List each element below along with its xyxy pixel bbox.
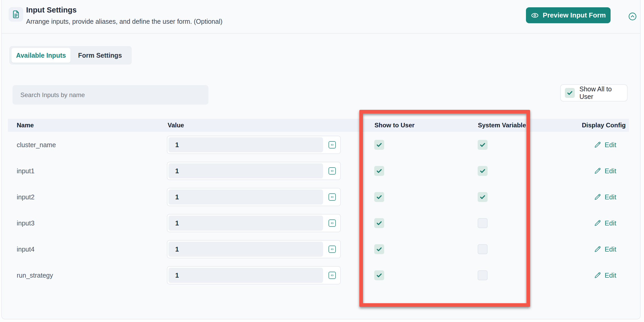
value-field-group: 1 — [167, 240, 341, 258]
input-name-label: input1 — [17, 158, 34, 184]
tab-available-inputs[interactable]: Available Inputs — [11, 48, 71, 63]
edit-label: Edit — [605, 245, 616, 253]
table-row: run_strategy 1 — [8, 262, 629, 288]
show-to-user-checkbox[interactable] — [374, 218, 384, 228]
edit-label: Edit — [605, 167, 616, 175]
show-all-to-user-label: Show All to User — [579, 85, 627, 100]
checkmark-icon — [376, 272, 383, 279]
checkmark-icon — [376, 168, 383, 174]
code-button-zone — [324, 214, 340, 232]
code-editor-button[interactable] — [329, 167, 336, 175]
collapse-section-button[interactable] — [628, 12, 637, 21]
code-icon — [330, 169, 334, 173]
tab-bar: Available Inputs Form Settings — [9, 46, 132, 64]
checkmark-icon — [376, 141, 383, 148]
inputs-table: Name Value Show to User System Variable … — [8, 119, 629, 288]
value-field-group: 1 — [167, 214, 341, 232]
code-editor-button[interactable] — [329, 246, 336, 253]
table-row: cluster_name 1 — [8, 132, 629, 158]
edit-label: Edit — [605, 271, 616, 279]
code-editor-button[interactable] — [329, 141, 336, 148]
system-variable-checkbox[interactable] — [478, 166, 488, 176]
pencil-icon — [594, 141, 601, 148]
table-header-row: Name Value Show to User System Variable … — [8, 119, 629, 132]
input-name-label: cluster_name — [17, 132, 56, 158]
input-settings-page: Input Settings Arrange inputs, provide a… — [0, 0, 644, 322]
show-all-to-user-control: Show All to User — [560, 84, 628, 102]
column-header-system-variable: System Variable — [478, 119, 526, 132]
show-all-to-user-checkbox[interactable] — [565, 88, 575, 98]
search-input[interactable] — [13, 85, 208, 105]
code-button-zone — [324, 188, 340, 206]
table-row: input3 1 — [8, 210, 629, 236]
section-icon-container — [9, 7, 23, 22]
code-icon — [330, 195, 334, 199]
document-icon — [11, 10, 21, 19]
edit-link[interactable]: Edit — [594, 236, 616, 262]
code-button-zone — [324, 136, 340, 153]
checkmark-icon — [376, 246, 383, 253]
pencil-icon — [594, 167, 601, 175]
value-input[interactable]: 1 — [168, 163, 323, 178]
edit-link[interactable]: Edit — [594, 158, 616, 184]
value-input[interactable]: 1 — [168, 216, 323, 231]
tab-form-settings[interactable]: Form Settings — [71, 48, 130, 63]
edit-label: Edit — [605, 141, 616, 149]
preview-input-form-button[interactable]: Preview Input Form — [526, 7, 611, 23]
system-variable-checkbox[interactable] — [478, 244, 488, 254]
pencil-icon — [594, 246, 601, 253]
system-variable-checkbox[interactable] — [478, 192, 488, 202]
system-variable-checkbox[interactable] — [478, 218, 488, 228]
pencil-icon — [594, 193, 601, 201]
code-button-zone — [324, 241, 340, 258]
code-button-zone — [324, 267, 340, 284]
preview-button-label: Preview Input Form — [543, 11, 606, 19]
column-header-show-to-user: Show to User — [374, 119, 414, 132]
edit-label: Edit — [605, 193, 616, 201]
code-button-zone — [324, 162, 340, 180]
header-divider — [2, 33, 640, 34]
value-input[interactable]: 1 — [168, 189, 323, 205]
value-field-group: 1 — [167, 188, 341, 206]
value-input[interactable]: 1 — [168, 137, 323, 152]
checkmark-icon — [566, 90, 573, 96]
table-row: input4 1 — [8, 236, 629, 262]
page-subtitle: Arrange inputs, provide aliases, and def… — [26, 18, 223, 25]
show-to-user-checkbox[interactable] — [374, 192, 384, 202]
code-icon — [330, 143, 334, 147]
table-row: input2 1 — [8, 184, 629, 210]
code-icon — [330, 273, 334, 277]
edit-link[interactable]: Edit — [594, 132, 616, 158]
pencil-icon — [594, 272, 601, 279]
value-input[interactable]: 1 — [168, 242, 323, 257]
value-field-group: 1 — [167, 266, 341, 284]
edit-link[interactable]: Edit — [594, 184, 616, 210]
pencil-icon — [594, 219, 601, 227]
system-variable-checkbox[interactable] — [478, 140, 488, 150]
system-variable-checkbox[interactable] — [478, 270, 488, 280]
show-to-user-checkbox[interactable] — [374, 166, 384, 176]
eye-icon — [531, 11, 539, 20]
table-row: input1 1 — [8, 158, 629, 184]
code-icon — [330, 221, 334, 225]
show-to-user-checkbox[interactable] — [374, 270, 384, 280]
edit-label: Edit — [605, 219, 616, 227]
checkmark-icon — [376, 194, 383, 200]
checkmark-icon — [479, 141, 486, 148]
show-to-user-checkbox[interactable] — [374, 140, 384, 150]
column-header-name: Name — [17, 119, 34, 132]
page-title: Input Settings — [26, 6, 77, 14]
value-input[interactable]: 1 — [168, 268, 323, 283]
show-to-user-checkbox[interactable] — [374, 244, 384, 254]
code-editor-button[interactable] — [329, 193, 336, 201]
checkmark-icon — [479, 168, 486, 174]
code-editor-button[interactable] — [329, 272, 336, 279]
column-header-value: Value — [168, 119, 184, 132]
table-body: cluster_name 1 — [8, 132, 629, 288]
code-icon — [330, 247, 334, 251]
chevron-up-circle-icon — [628, 12, 637, 21]
edit-link[interactable]: Edit — [594, 210, 616, 236]
column-header-display-config: Display Config — [582, 119, 626, 132]
edit-link[interactable]: Edit — [594, 262, 616, 288]
code-editor-button[interactable] — [329, 219, 336, 227]
